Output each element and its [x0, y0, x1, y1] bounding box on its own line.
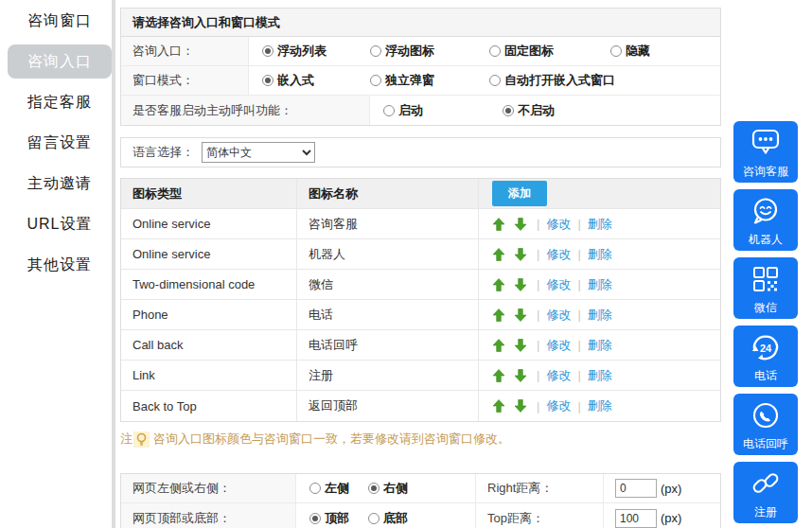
cell-icon-name: 返回顶部	[297, 391, 479, 421]
radio-icon	[262, 75, 274, 86]
action-separator: |	[537, 338, 539, 352]
add-button[interactable]: 添加	[492, 181, 547, 206]
radio-popup[interactable]: 独立弹窗	[370, 72, 489, 89]
sidebar-item-consult-window[interactable]: 咨询窗口	[8, 4, 112, 38]
sidebar-divider	[112, 0, 115, 528]
cell-icon-type: Phone	[121, 300, 297, 329]
header-icon-type: 图标类型	[121, 179, 297, 208]
radio-top-side[interactable]: 顶部	[309, 510, 349, 527]
delete-link[interactable]: 删除	[588, 337, 612, 354]
top-distance-label: Top距离：	[476, 503, 604, 528]
panel-title: 请选择咨询入口和窗口模式	[121, 9, 720, 37]
dock-button-robot[interactable]: 机器人	[733, 189, 798, 251]
move-down-icon[interactable]	[514, 369, 527, 382]
dock-button-phone[interactable]: 24 电话	[733, 326, 798, 387]
modify-link[interactable]: 修改	[546, 397, 571, 414]
sidebar-item-proactive-invite[interactable]: 主动邀请	[8, 167, 112, 201]
note-text: 咨询入口图标颜色与咨询窗口一致，若要修改请到咨询窗口修改。	[153, 431, 510, 448]
move-up-icon[interactable]	[492, 278, 505, 291]
cell-actions: | 修改 | 删除	[479, 246, 720, 263]
sidebar-item-other-settings[interactable]: 其他设置	[8, 248, 112, 282]
delete-link[interactable]: 删除	[588, 397, 612, 414]
radio-auto-open-embedded[interactable]: 自动打开嵌入式窗口	[489, 72, 615, 89]
right-distance-cell: (px)	[604, 474, 720, 502]
move-down-icon[interactable]	[514, 278, 527, 291]
radio-float-icon[interactable]: 浮动图标	[370, 43, 489, 60]
px-unit: (px)	[661, 482, 681, 496]
delete-link[interactable]: 删除	[588, 276, 612, 293]
horizontal-position-options: 左侧 右侧	[296, 474, 476, 502]
modify-link[interactable]: 修改	[546, 367, 571, 384]
action-separator: |	[577, 217, 580, 231]
move-down-icon[interactable]	[514, 248, 527, 261]
radio-enable[interactable]: 启动	[383, 102, 503, 119]
table-row: Call back 电话回呼 | 修改 | 删除	[121, 330, 720, 361]
right-distance-input[interactable]	[615, 479, 657, 498]
radio-hidden[interactable]: 隐藏	[610, 43, 650, 60]
floating-dock: 咨询客服 机器人 微信	[733, 121, 798, 528]
sidebar-item-consult-entry[interactable]: 咨询入口	[8, 44, 112, 79]
table-row: Online service 机器人 | 修改 | 删除	[121, 239, 720, 270]
move-up-icon[interactable]	[492, 248, 505, 261]
move-down-icon[interactable]	[514, 339, 527, 352]
radio-icon	[368, 483, 380, 494]
radio-disable[interactable]: 不启动	[503, 102, 555, 119]
sidebar-item-assign-agent[interactable]: 指定客服	[8, 85, 112, 119]
radio-right-side[interactable]: 右侧	[368, 480, 408, 497]
action-separator: |	[537, 217, 539, 231]
move-down-icon[interactable]	[514, 399, 527, 413]
dock-button-consult[interactable]: 咨询客服	[733, 121, 798, 183]
table-row: Two-dimensional code 微信 | 修改 | 删除	[121, 270, 720, 300]
move-down-icon[interactable]	[514, 218, 527, 231]
radio-float-list[interactable]: 浮动列表	[262, 43, 370, 60]
dock-button-label: 机器人	[749, 233, 783, 246]
radio-icon	[370, 75, 381, 86]
move-down-icon[interactable]	[514, 308, 527, 322]
modify-link[interactable]: 修改	[546, 276, 571, 293]
radio-bottom-side[interactable]: 底部	[368, 510, 408, 527]
modify-link[interactable]: 修改	[546, 337, 571, 354]
action-separator: |	[577, 399, 580, 414]
top-distance-input[interactable]	[615, 509, 657, 528]
cell-actions: | 修改 | 删除	[479, 367, 720, 384]
table-row: Link 注册 | 修改 | 删除	[121, 361, 720, 391]
dock-button-label: 咨询客服	[743, 165, 788, 178]
delete-link[interactable]: 删除	[588, 367, 612, 384]
dock-button-wechat[interactable]: 微信	[733, 257, 798, 319]
24-hour-service-icon: 24	[749, 326, 783, 369]
modify-link[interactable]: 修改	[546, 246, 571, 263]
radio-label: 浮动列表	[277, 43, 327, 60]
action-separator: |	[577, 247, 580, 261]
delete-link[interactable]: 删除	[588, 246, 612, 263]
action-separator: |	[537, 399, 539, 414]
sidebar-item-message-settings[interactable]: 留言设置	[8, 126, 112, 160]
radio-icon	[370, 45, 381, 57]
radio-label: 右侧	[383, 480, 408, 497]
dock-button-callback[interactable]: 电话回呼	[733, 394, 798, 455]
delete-link[interactable]: 删除	[588, 307, 612, 324]
sidebar-item-url-settings[interactable]: URL设置	[8, 207, 112, 241]
radio-fixed-icon[interactable]: 固定图标	[489, 43, 610, 60]
radio-icon	[503, 105, 514, 116]
radio-icon	[262, 45, 274, 57]
cell-actions: | 修改 | 删除	[479, 397, 720, 414]
move-up-icon[interactable]	[492, 369, 505, 382]
horizontal-position-row: 网页左侧或右侧： 左侧 右侧 Right距离： (px)	[121, 474, 720, 503]
dock-button-register[interactable]: 注册	[733, 462, 798, 523]
radio-label: 顶部	[325, 510, 349, 527]
modify-link[interactable]: 修改	[546, 216, 571, 233]
move-up-icon[interactable]	[492, 218, 505, 231]
radio-left-side[interactable]: 左侧	[309, 480, 349, 497]
move-up-icon[interactable]	[492, 399, 505, 413]
top-distance-cell: (px)	[604, 503, 720, 528]
cell-icon-type: Link	[121, 361, 297, 390]
entry-type-label: 咨询入口：	[121, 37, 249, 65]
robot-smiley-bubble-icon	[750, 189, 781, 233]
delete-link[interactable]: 删除	[588, 216, 612, 233]
language-select[interactable]: 简体中文	[202, 142, 315, 163]
modify-link[interactable]: 修改	[546, 307, 571, 324]
move-up-icon[interactable]	[492, 308, 505, 322]
move-up-icon[interactable]	[492, 339, 505, 352]
table-row: Phone 电话 | 修改 | 删除	[121, 300, 720, 330]
radio-embedded[interactable]: 嵌入式	[262, 72, 370, 89]
